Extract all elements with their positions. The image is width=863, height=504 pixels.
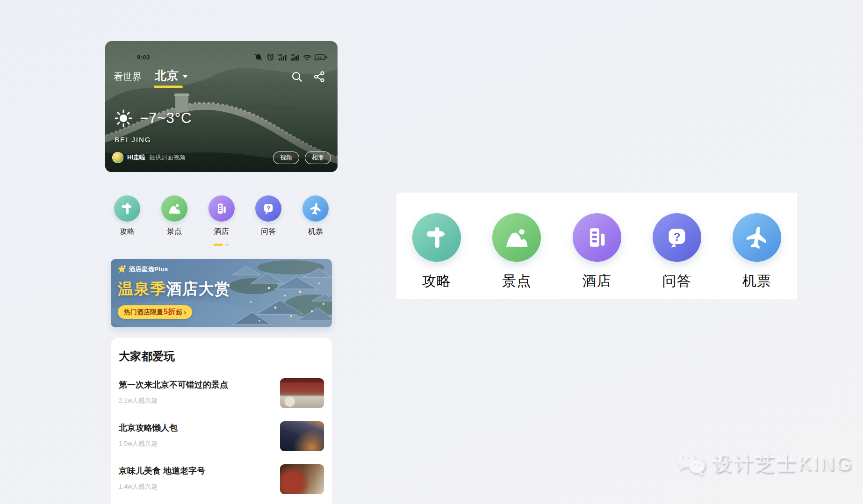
panel-item-guide[interactable]: 攻略	[412, 213, 461, 299]
nav-item-qa[interactable]: 问答	[252, 195, 285, 238]
nav-item-hotel[interactable]: 酒店	[205, 195, 238, 238]
status-bar: 9:03 HD	[105, 52, 338, 62]
status-icons: HD HD	[254, 53, 327, 61]
list-item-title: 京味儿美食 地道老字号	[119, 465, 205, 476]
hotel-promo-banner[interactable]: 酒店星选Plus 温泉季酒店大赏 热门酒店限量 5折 起 ›	[111, 259, 332, 327]
city-selector[interactable]: 北京	[153, 67, 190, 87]
header-actions	[291, 71, 325, 83]
panel-item-attractions[interactable]: 景点	[492, 213, 541, 299]
provider-name: HI走啦	[127, 153, 145, 162]
weather-block: −7~3°C	[114, 108, 192, 128]
quick-nav-row: 攻略 景点 酒店 问答 机票	[111, 195, 332, 238]
album-button[interactable]: 相册	[305, 151, 331, 164]
popular-card: 大家都爱玩 第一次来北京不可错过的景点 2.1w人感兴趣 北京攻略懒人包 1.5…	[111, 338, 332, 504]
svg-text:HD: HD	[291, 54, 295, 57]
list-item[interactable]: 京味儿美食 地道老字号 1.4w人感兴趣	[119, 464, 324, 494]
nav-item-label: 问答	[261, 227, 276, 237]
panel-item-label: 攻略	[422, 272, 451, 291]
food-thumbnail	[280, 464, 324, 494]
list-item-text: 京味儿美食 地道老字号 1.4w人感兴趣	[119, 464, 205, 491]
wechat-logo-icon	[676, 451, 707, 477]
panel-item-hotel[interactable]: 酒店	[573, 213, 621, 299]
svg-text:HD: HD	[278, 54, 282, 57]
svg-text:46: 46	[317, 56, 322, 60]
mute-icon	[254, 53, 263, 61]
city-label: 北京	[155, 68, 179, 83]
mountain-icon	[492, 213, 541, 262]
nav-item-label: 酒店	[214, 227, 229, 237]
chevron-down-icon	[182, 75, 188, 78]
cover-provider-row: HI走啦 提供封面视频 视频 相册	[112, 151, 331, 165]
section-title: 大家都爱玩	[119, 349, 324, 364]
banner-title-highlight: 温泉季	[118, 280, 166, 297]
guide-signpost-icon	[114, 195, 140, 222]
city-english-name: BEI JING	[115, 136, 151, 144]
popular-list: 第一次来北京不可错过的景点 2.1w人感兴趣 北京攻略懒人包 1.5w人感兴趣 …	[119, 378, 324, 494]
hero-cover: 9:03 HD	[105, 41, 338, 172]
video-button[interactable]: 视频	[273, 151, 299, 164]
nav-item-attractions[interactable]: 景点	[158, 195, 191, 238]
star-logo-icon	[117, 264, 127, 274]
list-item[interactable]: 北京攻略懒人包 1.5w人感兴趣	[119, 421, 324, 451]
panel-item-qa[interactable]: 问答	[653, 213, 701, 299]
icon-detail-panel: 攻略 景点 酒店 问答 机票	[396, 193, 797, 299]
share-icon[interactable]	[313, 71, 325, 83]
chevron-right-icon: ›	[184, 308, 186, 316]
banner-logo-text: 酒店星选Plus	[129, 265, 168, 274]
hotel-building-icon	[573, 213, 621, 262]
panel-item-flights[interactable]: 机票	[733, 213, 781, 299]
watermark-text: 设计芝士KING	[712, 451, 854, 477]
nav-item-label: 机票	[308, 227, 323, 237]
nav-item-guide[interactable]: 攻略	[111, 195, 144, 238]
list-item-meta: 2.1w人感兴趣	[119, 396, 228, 405]
battery-icon: 46	[315, 54, 327, 61]
question-bubble-icon	[653, 213, 701, 262]
header-row: 看世界 北京	[111, 67, 325, 86]
search-icon[interactable]	[291, 71, 303, 83]
banner-title: 温泉季酒店大赏	[118, 279, 231, 300]
page-indicator	[111, 244, 332, 246]
list-item-meta: 1.5w人感兴趣	[119, 439, 178, 448]
panel-item-label: 景点	[502, 272, 531, 291]
forbidden-city-thumbnail	[280, 378, 324, 408]
design-canvas: 9:03 HD	[0, 0, 863, 504]
promo-pill-button[interactable]: 热门酒店限量 5折 起 ›	[118, 305, 192, 319]
active-tab-underline	[154, 86, 183, 88]
list-item-title: 第一次来北京不可错过的景点	[119, 379, 228, 390]
mountain-icon	[161, 195, 187, 222]
nav-item-label: 景点	[167, 227, 182, 237]
provider-avatar[interactable]	[112, 152, 123, 163]
provider-note: 提供封面视频	[149, 153, 186, 162]
list-item-meta: 1.4w人感兴趣	[119, 482, 205, 491]
list-item-text: 第一次来北京不可错过的景点 2.1w人感兴趣	[119, 378, 228, 405]
sun-icon	[114, 108, 133, 128]
panel-item-label: 机票	[742, 272, 771, 291]
tab-see-world[interactable]: 看世界	[111, 69, 144, 85]
promo-discount: 5折	[164, 307, 175, 317]
hotel-building-icon	[209, 195, 235, 222]
promo-text: 热门酒店限量	[124, 308, 163, 317]
wifi-icon	[303, 54, 311, 61]
panel-item-label: 问答	[662, 272, 691, 291]
nav-item-flights[interactable]: 机票	[299, 195, 332, 238]
signal-hd-icon-2: HD	[290, 53, 300, 61]
promo-suffix: 起	[176, 308, 182, 317]
airplane-icon	[733, 213, 781, 262]
signal-hd-icon: HD	[278, 53, 287, 61]
alarm-icon	[266, 53, 274, 61]
page-dot[interactable]	[225, 244, 229, 246]
list-item[interactable]: 第一次来北京不可错过的景点 2.1w人感兴趣	[119, 378, 324, 408]
banner-logo: 酒店星选Plus	[117, 264, 168, 274]
list-item-text: 北京攻略懒人包 1.5w人感兴趣	[119, 421, 178, 448]
page-dot-active[interactable]	[214, 244, 223, 246]
guide-signpost-icon	[412, 213, 461, 262]
banner-title-rest: 酒店大赏	[166, 280, 231, 297]
airplane-icon	[302, 195, 329, 222]
city-night-thumbnail	[280, 421, 324, 451]
nav-item-label: 攻略	[120, 227, 135, 237]
question-bubble-icon	[255, 195, 281, 222]
temperature: −7~3°C	[140, 110, 192, 127]
status-time: 9:03	[137, 54, 150, 61]
panel-item-label: 酒店	[583, 272, 611, 291]
list-item-title: 北京攻略懒人包	[119, 422, 178, 433]
